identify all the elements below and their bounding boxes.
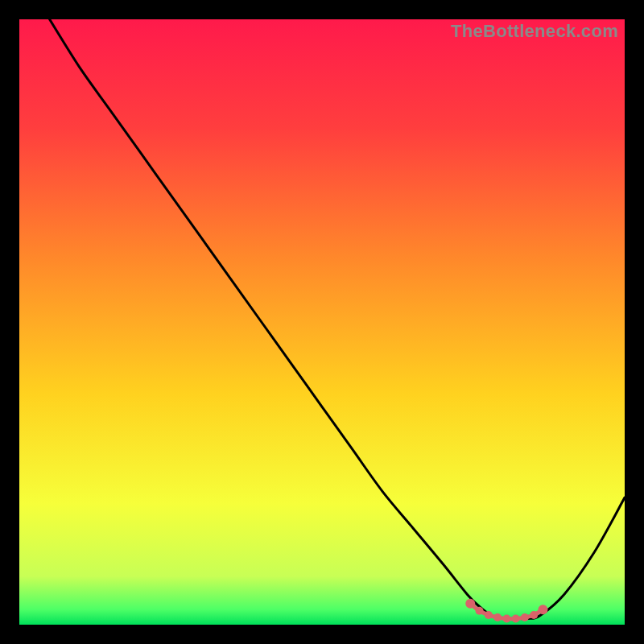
optimal-marker [465,599,475,609]
chart-frame: TheBottleneck.com [0,0,644,644]
optimal-marker [476,607,484,615]
optimal-marker [530,611,538,619]
optimal-marker [521,613,529,621]
watermark-text: TheBottleneck.com [451,21,618,42]
optimal-marker [512,614,520,622]
plot-area: TheBottleneck.com [19,19,625,625]
optimal-marker [485,611,493,619]
optimal-marker [538,605,547,614]
chart-svg [19,19,625,625]
optimal-marker [493,613,502,621]
optimal-marker [502,614,510,622]
